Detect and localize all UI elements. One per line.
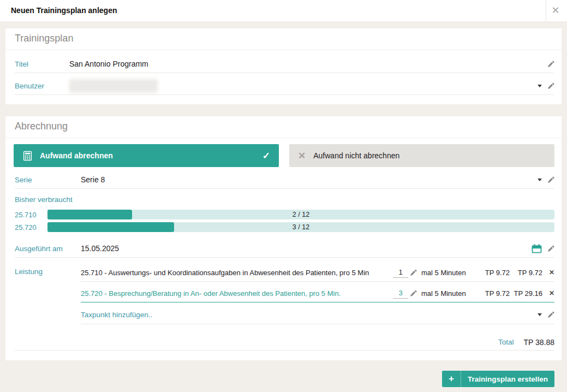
serie-field-row: Serie Serie 8 [15, 171, 554, 189]
leistung-unit: mal 5 Minuten [421, 269, 476, 277]
dialog-title: Neuen Trainingsplan anlegen [11, 0, 117, 21]
leistung-description: 25.710 - Auswertungs- und Koordinationsa… [81, 269, 393, 277]
leistung-row-25710: 25.710 - Auswertungs- und Koordinationsa… [81, 264, 554, 282]
edit-titel-icon[interactable] [547, 61, 554, 68]
edit-qty-icon[interactable] [408, 269, 418, 276]
usage-progressbar-value: 2 / 12 [47, 210, 554, 219]
leistung-tp-rate: TP 9.72 [476, 269, 510, 277]
benutzer-field-row: Benutzer [15, 77, 554, 95]
benutzer-value-redacted[interactable] [69, 79, 158, 93]
edit-ausgefuehrt-am-icon[interactable] [547, 245, 554, 252]
edit-benutzer-icon[interactable] [547, 82, 554, 90]
ausgefuehrt-am-label: Ausgeführt am [15, 245, 81, 253]
total-value: TP 38.88 [523, 338, 554, 347]
benutzer-dropdown-icon[interactable] [538, 85, 542, 87]
close-button[interactable]: ✕ [548, 3, 563, 18]
serie-label: Serie [15, 176, 81, 184]
edit-serie-icon[interactable] [547, 176, 554, 183]
titel-field-row: Titel San Antonio Programm [15, 55, 554, 73]
abrechnung-section: Abrechnung Aufwand abrechnen ✓ ✕ Aufwand… [5, 116, 562, 360]
leistung-description: 25.720 - Besprechung/Beratung in An- ode… [81, 289, 393, 298]
usage-progressbar-value: 3 / 12 [47, 222, 554, 232]
trainingsplan-erstellen-button[interactable]: + Trainingsplan erstellen [442, 371, 554, 387]
serie-dropdown-icon[interactable] [538, 179, 542, 181]
close-icon: ✕ [551, 5, 559, 16]
aufwand-abrechnen-button[interactable]: Aufwand abrechnen ✓ [14, 144, 279, 167]
leistung-tp-total: TP 29.16 [510, 289, 542, 298]
trainingsplan-section: Trainingsplan Titel San Antonio Programm… [5, 28, 562, 104]
serie-select[interactable]: Serie 8 [81, 175, 105, 184]
aufwand-abrechnen-label: Aufwand abrechnen [40, 151, 113, 160]
total-label: Total [498, 338, 514, 346]
total-row: Total TP 38.88 [15, 334, 554, 351]
usage-progressbar: 2 / 12 [47, 210, 554, 219]
unselected-cross-icon: ✕ [298, 150, 306, 162]
aufwand-nicht-abrechnen-button[interactable]: ✕ Aufwand nicht abrechnen [289, 144, 554, 167]
leistung-tp-rate: TP 9.72 [476, 289, 510, 298]
calculator-icon [22, 151, 33, 161]
leistung-row-25720: 25.720 - Besprechung/Beratung in An- ode… [81, 284, 554, 302]
dialog-header: Neuen Trainingsplan anlegen ✕ [0, 0, 567, 22]
taxpunkt-hinzufuegen-placeholder: Taxpunkt hinzufügen.. [81, 311, 152, 319]
benutzer-label: Benutzer [15, 82, 69, 90]
usage-progressbar: 3 / 12 [47, 222, 554, 232]
abrechnung-section-title: Abrechnung [15, 121, 68, 132]
ausgefuehrt-am-input[interactable]: 15.05.2025 [81, 244, 119, 253]
remove-leistung-icon[interactable]: ✕ [542, 289, 554, 297]
leistung-qty-input[interactable]: 1 [393, 267, 408, 278]
leistung-qty-input[interactable]: 3 [393, 288, 408, 299]
usage-bar-code: 25.720 [15, 223, 47, 231]
taxpunkt-hinzufuegen-row[interactable]: Taxpunkt hinzufügen.. [81, 306, 554, 324]
leistung-unit: mal 5 Minuten [421, 289, 476, 298]
bisher-verbraucht-heading: Bisher verbraucht [15, 195, 73, 204]
usage-bar-code: 25.710 [15, 211, 47, 219]
header-divider [546, 0, 546, 21]
titel-label: Titel [15, 60, 69, 68]
taxpunkt-dropdown-icon[interactable] [538, 313, 542, 316]
titel-input[interactable]: San Antonio Programm [69, 60, 148, 68]
usage-bar-row-25720: 25.720 3 / 12 [15, 222, 554, 232]
usage-bar-row-25710: 25.710 2 / 12 [15, 210, 554, 219]
edit-taxpunkt-icon[interactable] [547, 311, 554, 318]
ausgefuehrt-am-field-row: Ausgeführt am 15.05.2025 [15, 240, 554, 258]
calendar-icon[interactable] [532, 244, 542, 253]
trainingsplan-section-title: Trainingsplan [15, 33, 73, 44]
plus-icon: + [442, 371, 461, 387]
selected-check-icon: ✓ [262, 150, 270, 162]
leistung-tp-total: TP 9.72 [510, 269, 542, 277]
remove-leistung-icon[interactable]: ✕ [542, 269, 554, 276]
aufwand-nicht-abrechnen-label: Aufwand nicht abrechnen [313, 151, 399, 160]
trainingsplan-erstellen-label: Trainingsplan erstellen [461, 375, 554, 383]
leistung-label: Leistung [15, 268, 43, 276]
edit-qty-icon[interactable] [408, 290, 418, 297]
